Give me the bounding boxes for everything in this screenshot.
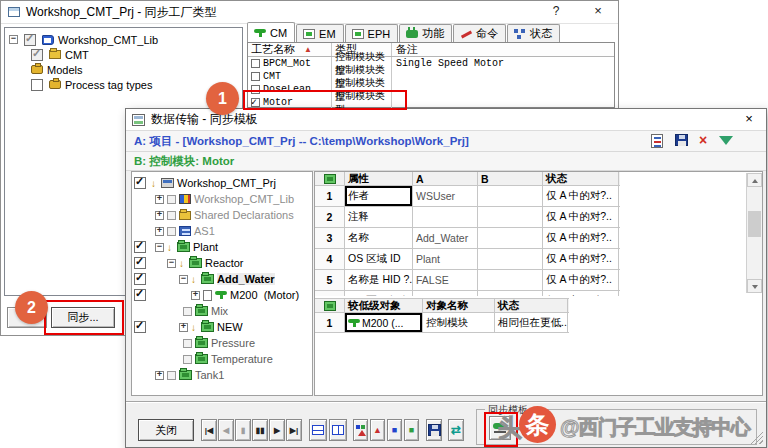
tree-item-m200[interactable]: M200 (Motor)	[134, 287, 308, 303]
layout-vertical-button[interactable]	[329, 419, 347, 441]
checkbox-disabled	[167, 211, 176, 220]
tree-item-as1[interactable]: AS1	[134, 223, 308, 239]
tree-item-pressure[interactable]: Pressure	[134, 335, 308, 351]
sync-template-group: 同步模板	[476, 409, 757, 445]
checkbox[interactable]	[134, 289, 146, 301]
help-button[interactable]: ?	[547, 4, 565, 18]
stop-button[interactable]: ▮	[235, 419, 251, 441]
tree-item-tank1[interactable]: Tank1	[134, 367, 308, 383]
collapse-icon[interactable]	[179, 275, 188, 284]
tab-commands[interactable]: 命令	[453, 24, 506, 42]
tree-item-reactor[interactable]: Reactor	[134, 255, 308, 271]
main-title-bar: Workshop_CMT_Prj - 同步工厂类型	[1, 1, 618, 24]
checkbox[interactable]	[31, 49, 43, 61]
delete-icon[interactable]: ×	[699, 134, 707, 146]
tree-item-temperature[interactable]: Temperature	[134, 351, 308, 367]
filter-a-only-button[interactable]: ■	[387, 419, 402, 441]
tab-status[interactable]: 状态	[507, 24, 560, 42]
pause-button[interactable]: ▮▮	[252, 419, 268, 441]
filter-b-only-button[interactable]: ■	[404, 419, 419, 441]
expand-icon[interactable]	[179, 323, 188, 332]
expand-icon[interactable]	[155, 195, 164, 204]
property-row[interactable]: 2 注释 仅 A 中的对?..	[315, 207, 620, 228]
refresh-sync-button[interactable]: ⇄	[448, 419, 464, 441]
source-a-label: A: 项目 - [Workshop_CMT_Prj -- C:\temp\Wor…	[134, 134, 469, 149]
tab-em[interactable]: EM	[296, 24, 344, 42]
filter-icon[interactable]	[719, 136, 733, 145]
checkbox[interactable]	[251, 59, 260, 68]
checkbox-disabled	[167, 371, 176, 380]
checkbox[interactable]	[134, 177, 146, 189]
checkbox[interactable]	[134, 257, 146, 269]
tree-item-shared-declarations[interactable]: Shared Declarations	[134, 207, 308, 223]
previous-record-button[interactable]: ◀	[218, 419, 234, 441]
table-row[interactable]: CMT 控制模块类型	[248, 70, 614, 83]
scroll-up-button[interactable]	[747, 173, 762, 187]
folder-icon	[324, 174, 336, 184]
object-row-m200[interactable]: 1 M200 (... 控制模块 相同但在更低...	[315, 313, 569, 333]
save-icon[interactable]	[675, 134, 688, 146]
tree-item-plant[interactable]: Plant	[134, 239, 308, 255]
dialog-close-button[interactable]: ×	[740, 111, 758, 126]
vertical-scrollbar[interactable]	[746, 173, 762, 293]
as-station-icon	[179, 226, 191, 236]
layout-vertical-icon	[332, 425, 344, 435]
checkbox[interactable]	[134, 241, 146, 253]
column-header-name[interactable]: 工艺名称 ▲	[248, 43, 332, 56]
transfer-down-icon	[191, 321, 199, 333]
tab-functions[interactable]: 功能	[399, 24, 452, 42]
tab-eph[interactable]: EPH	[345, 24, 399, 42]
folder-icon	[49, 50, 61, 59]
dialog-close-action-button[interactable]: 关闭	[138, 419, 194, 441]
expand-icon[interactable]	[155, 227, 164, 236]
property-row[interactable]: 1 作者 WSUser 仅 A 中的对?..	[315, 186, 620, 207]
filter-conflicts-button[interactable]: ▲	[370, 419, 385, 441]
close-button[interactable]: ×	[589, 3, 607, 18]
next-record-button[interactable]: ▶	[269, 419, 285, 441]
property-row[interactable]: 4 OS 区域 ID Plant 仅 A 中的对?..	[315, 249, 620, 270]
tree-item-workshop-cmt-lib[interactable]: Workshop_CMT_Lib	[134, 191, 308, 207]
tree-item-add-water[interactable]: Add_Water	[134, 271, 308, 287]
tree-item-cmt[interactable]: CMT	[31, 47, 256, 62]
property-row[interactable]: 5 名称是 HID ?.. FALSE 仅 A 中的对?..	[315, 270, 620, 291]
expand-icon[interactable]	[155, 371, 164, 380]
column-header-b: B	[478, 172, 543, 185]
table-row[interactable]: BPCM_Mot 控制模块类型 Single Speed Motor	[248, 57, 614, 70]
focused-cell[interactable]: M200 (...	[345, 313, 423, 332]
first-record-button[interactable]: |◀	[201, 419, 217, 441]
cm-icon	[254, 28, 266, 38]
report-icon[interactable]	[651, 134, 663, 148]
collapse-icon[interactable]	[155, 243, 164, 252]
column-header-object-name: 对象名称	[423, 299, 495, 312]
checkbox[interactable]	[31, 79, 43, 91]
checkbox[interactable]	[134, 273, 146, 285]
checkbox[interactable]	[24, 34, 36, 46]
tree-item-workshop-cmt-prj[interactable]: Workshop_CMT_Prj	[134, 175, 308, 191]
focused-cell[interactable]: 作者	[345, 186, 413, 206]
scrollbar-thumb[interactable]	[748, 211, 761, 237]
collapse-icon[interactable]	[167, 259, 176, 268]
checkbox[interactable]	[251, 72, 260, 81]
sync-arrows-icon: ⇄	[451, 423, 461, 437]
property-row-partial[interactable]: 6 OS 画面名称 AddWat... 仅 A 中的对?..	[315, 291, 620, 296]
tree-item-new[interactable]: NEW	[134, 319, 308, 335]
legend-all-icon	[356, 425, 366, 435]
tree-item-workshop-cmt-lib[interactable]: Workshop_CMT_Lib	[9, 32, 234, 47]
legend-all-button[interactable]	[353, 419, 368, 441]
expand-icon[interactable]	[191, 291, 200, 300]
scroll-down-button[interactable]	[747, 279, 762, 293]
plant-folder-icon	[177, 242, 190, 252]
expand-icon[interactable]	[155, 211, 164, 220]
column-header-note[interactable]: 备注	[392, 43, 614, 56]
layout-horizontal-button[interactable]	[309, 419, 327, 441]
data-transfer-icon	[132, 114, 145, 126]
tree-item-models[interactable]: Models	[31, 62, 256, 77]
collapse-icon[interactable]	[9, 35, 18, 44]
tree-item-mix[interactable]: Mix	[134, 303, 308, 319]
checkbox[interactable]	[134, 321, 146, 333]
tab-cm[interactable]: CM	[247, 22, 295, 42]
property-row[interactable]: 3 名称 Add_Water 仅 A 中的对?..	[315, 228, 620, 249]
last-record-button[interactable]: ▶|	[286, 419, 302, 441]
save-button[interactable]	[426, 419, 442, 441]
eph-icon	[352, 29, 364, 39]
